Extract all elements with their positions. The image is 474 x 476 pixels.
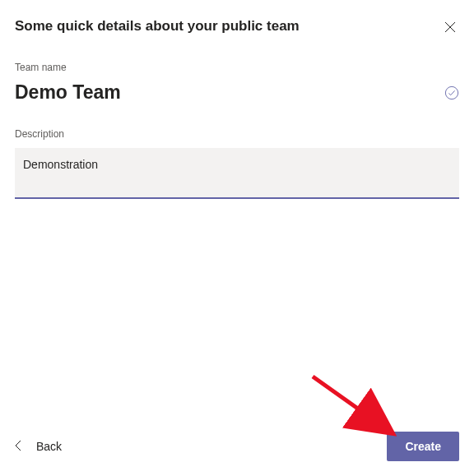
description-field: Description [15, 128, 459, 202]
team-name-value[interactable]: Demo Team [15, 81, 121, 104]
dialog-header: Some quick details about your public tea… [15, 18, 459, 39]
dialog-footer: Back Create [15, 415, 459, 461]
back-label: Back [36, 440, 62, 453]
dialog-container: Some quick details about your public tea… [0, 0, 474, 476]
chevron-left-icon [15, 440, 21, 454]
close-icon [444, 22, 456, 35]
team-name-row: Demo Team [15, 81, 459, 104]
team-name-label: Team name [15, 62, 459, 73]
back-button[interactable]: Back [15, 435, 62, 459]
close-button[interactable] [441, 18, 459, 39]
check-circle-icon [444, 85, 459, 100]
dialog-title: Some quick details about your public tea… [15, 18, 300, 35]
svg-point-2 [445, 86, 458, 99]
team-name-field: Team name Demo Team [15, 62, 459, 104]
description-label: Description [15, 128, 459, 140]
create-button[interactable]: Create [387, 432, 459, 461]
description-input[interactable] [15, 148, 459, 199]
